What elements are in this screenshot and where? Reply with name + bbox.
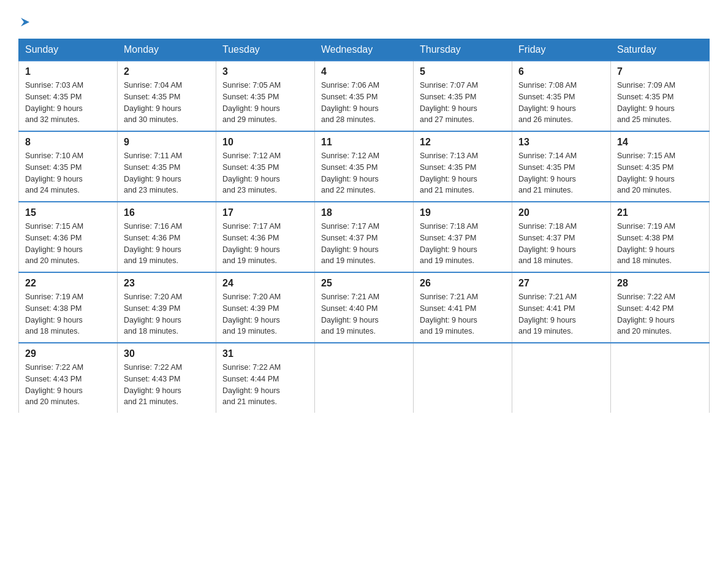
- header-wednesday: Wednesday: [315, 39, 414, 61]
- day-number: 6: [518, 66, 604, 77]
- day-number: 24: [222, 278, 308, 289]
- day-number: 15: [25, 207, 111, 218]
- header-thursday: Thursday: [414, 39, 512, 61]
- day-number: 4: [321, 66, 407, 77]
- logo: [18, 12, 32, 28]
- day-number: 21: [617, 207, 703, 218]
- table-row: 13 Sunrise: 7:14 AMSunset: 4:35 PMDaylig…: [512, 131, 611, 202]
- table-row: 26 Sunrise: 7:21 AMSunset: 4:41 PMDaylig…: [414, 272, 512, 343]
- table-row: 29 Sunrise: 7:22 AMSunset: 4:43 PMDaylig…: [19, 343, 118, 413]
- table-row: [512, 343, 611, 413]
- table-row: [414, 343, 512, 413]
- table-row: 27 Sunrise: 7:21 AMSunset: 4:41 PMDaylig…: [512, 272, 611, 343]
- day-info: Sunrise: 7:03 AMSunset: 4:35 PMDaylight:…: [25, 81, 83, 124]
- table-row: 30 Sunrise: 7:22 AMSunset: 4:43 PMDaylig…: [118, 343, 216, 413]
- day-number: 25: [321, 278, 407, 289]
- day-number: 3: [222, 66, 308, 77]
- day-info: Sunrise: 7:10 AMSunset: 4:35 PMDaylight:…: [25, 151, 83, 194]
- weekday-header-row: Sunday Monday Tuesday Wednesday Thursday…: [19, 39, 710, 61]
- day-number: 18: [321, 207, 407, 218]
- day-info: Sunrise: 7:15 AMSunset: 4:35 PMDaylight:…: [617, 151, 675, 194]
- day-number: 5: [420, 66, 506, 77]
- table-row: 23 Sunrise: 7:20 AMSunset: 4:39 PMDaylig…: [118, 272, 216, 343]
- day-info: Sunrise: 7:07 AMSunset: 4:35 PMDaylight:…: [420, 81, 478, 124]
- day-number: 8: [25, 137, 111, 148]
- day-info: Sunrise: 7:15 AMSunset: 4:36 PMDaylight:…: [25, 222, 83, 265]
- table-row: 22 Sunrise: 7:19 AMSunset: 4:38 PMDaylig…: [19, 272, 118, 343]
- day-number: 28: [617, 278, 703, 289]
- table-row: [315, 343, 414, 413]
- day-number: 22: [25, 278, 111, 289]
- table-row: 7 Sunrise: 7:09 AMSunset: 4:35 PMDayligh…: [611, 61, 710, 131]
- day-number: 12: [420, 137, 506, 148]
- table-row: 24 Sunrise: 7:20 AMSunset: 4:39 PMDaylig…: [216, 272, 315, 343]
- day-info: Sunrise: 7:11 AMSunset: 4:35 PMDaylight:…: [124, 151, 182, 194]
- day-info: Sunrise: 7:18 AMSunset: 4:37 PMDaylight:…: [420, 222, 478, 265]
- table-row: 4 Sunrise: 7:06 AMSunset: 4:35 PMDayligh…: [315, 61, 414, 131]
- day-info: Sunrise: 7:20 AMSunset: 4:39 PMDaylight:…: [222, 293, 281, 335]
- table-row: 10 Sunrise: 7:12 AMSunset: 4:35 PMDaylig…: [216, 131, 315, 202]
- table-row: 31 Sunrise: 7:22 AMSunset: 4:44 PMDaylig…: [216, 343, 315, 413]
- day-number: 9: [124, 137, 210, 148]
- day-number: 31: [222, 348, 308, 359]
- day-number: 16: [124, 207, 210, 218]
- day-number: 13: [518, 137, 604, 148]
- calendar-week-row: 1 Sunrise: 7:03 AMSunset: 4:35 PMDayligh…: [19, 61, 710, 131]
- day-info: Sunrise: 7:20 AMSunset: 4:39 PMDaylight:…: [124, 293, 182, 335]
- day-info: Sunrise: 7:21 AMSunset: 4:40 PMDaylight:…: [321, 293, 379, 335]
- day-info: Sunrise: 7:04 AMSunset: 4:35 PMDaylight:…: [124, 81, 182, 124]
- day-number: 23: [124, 278, 210, 289]
- calendar-week-row: 29 Sunrise: 7:22 AMSunset: 4:43 PMDaylig…: [19, 343, 710, 413]
- calendar-week-row: 8 Sunrise: 7:10 AMSunset: 4:35 PMDayligh…: [19, 131, 710, 202]
- day-info: Sunrise: 7:22 AMSunset: 4:43 PMDaylight:…: [124, 363, 182, 406]
- day-number: 27: [518, 278, 604, 289]
- header-sunday: Sunday: [19, 39, 118, 61]
- table-row: 11 Sunrise: 7:12 AMSunset: 4:35 PMDaylig…: [315, 131, 414, 202]
- table-row: 1 Sunrise: 7:03 AMSunset: 4:35 PMDayligh…: [19, 61, 118, 131]
- table-row: 5 Sunrise: 7:07 AMSunset: 4:35 PMDayligh…: [414, 61, 512, 131]
- table-row: 2 Sunrise: 7:04 AMSunset: 4:35 PMDayligh…: [118, 61, 216, 131]
- table-row: 6 Sunrise: 7:08 AMSunset: 4:35 PMDayligh…: [512, 61, 611, 131]
- day-info: Sunrise: 7:16 AMSunset: 4:36 PMDaylight:…: [124, 222, 182, 265]
- day-number: 17: [222, 207, 308, 218]
- day-info: Sunrise: 7:12 AMSunset: 4:35 PMDaylight:…: [222, 151, 281, 194]
- day-info: Sunrise: 7:06 AMSunset: 4:35 PMDaylight:…: [321, 81, 379, 124]
- day-info: Sunrise: 7:17 AMSunset: 4:37 PMDaylight:…: [321, 222, 379, 265]
- table-row: [611, 343, 710, 413]
- day-info: Sunrise: 7:18 AMSunset: 4:37 PMDaylight:…: [518, 222, 577, 265]
- table-row: 15 Sunrise: 7:15 AMSunset: 4:36 PMDaylig…: [19, 202, 118, 272]
- day-number: 30: [124, 348, 210, 359]
- table-row: 8 Sunrise: 7:10 AMSunset: 4:35 PMDayligh…: [19, 131, 118, 202]
- header-tuesday: Tuesday: [216, 39, 315, 61]
- header-monday: Monday: [118, 39, 216, 61]
- table-row: 12 Sunrise: 7:13 AMSunset: 4:35 PMDaylig…: [414, 131, 512, 202]
- table-row: 16 Sunrise: 7:16 AMSunset: 4:36 PMDaylig…: [118, 202, 216, 272]
- day-info: Sunrise: 7:21 AMSunset: 4:41 PMDaylight:…: [420, 293, 478, 335]
- day-info: Sunrise: 7:13 AMSunset: 4:35 PMDaylight:…: [420, 151, 478, 194]
- day-number: 20: [518, 207, 604, 218]
- day-info: Sunrise: 7:08 AMSunset: 4:35 PMDaylight:…: [518, 81, 577, 124]
- table-row: 17 Sunrise: 7:17 AMSunset: 4:36 PMDaylig…: [216, 202, 315, 272]
- day-info: Sunrise: 7:14 AMSunset: 4:35 PMDaylight:…: [518, 151, 577, 194]
- day-number: 14: [617, 137, 703, 148]
- calendar-week-row: 22 Sunrise: 7:19 AMSunset: 4:38 PMDaylig…: [19, 272, 710, 343]
- day-number: 11: [321, 137, 407, 148]
- table-row: 19 Sunrise: 7:18 AMSunset: 4:37 PMDaylig…: [414, 202, 512, 272]
- day-number: 26: [420, 278, 506, 289]
- calendar-week-row: 15 Sunrise: 7:15 AMSunset: 4:36 PMDaylig…: [19, 202, 710, 272]
- table-row: 25 Sunrise: 7:21 AMSunset: 4:40 PMDaylig…: [315, 272, 414, 343]
- header-saturday: Saturday: [611, 39, 710, 61]
- table-row: 3 Sunrise: 7:05 AMSunset: 4:35 PMDayligh…: [216, 61, 315, 131]
- day-info: Sunrise: 7:22 AMSunset: 4:44 PMDaylight:…: [222, 363, 281, 406]
- day-info: Sunrise: 7:09 AMSunset: 4:35 PMDaylight:…: [617, 81, 675, 124]
- table-row: 21 Sunrise: 7:19 AMSunset: 4:38 PMDaylig…: [611, 202, 710, 272]
- day-number: 1: [25, 66, 111, 77]
- day-number: 29: [25, 348, 111, 359]
- calendar-table: Sunday Monday Tuesday Wednesday Thursday…: [18, 39, 710, 413]
- day-info: Sunrise: 7:17 AMSunset: 4:36 PMDaylight:…: [222, 222, 281, 265]
- day-number: 19: [420, 207, 506, 218]
- day-info: Sunrise: 7:22 AMSunset: 4:42 PMDaylight:…: [617, 293, 675, 335]
- table-row: 18 Sunrise: 7:17 AMSunset: 4:37 PMDaylig…: [315, 202, 414, 272]
- day-info: Sunrise: 7:12 AMSunset: 4:35 PMDaylight:…: [321, 151, 379, 194]
- header-friday: Friday: [512, 39, 611, 61]
